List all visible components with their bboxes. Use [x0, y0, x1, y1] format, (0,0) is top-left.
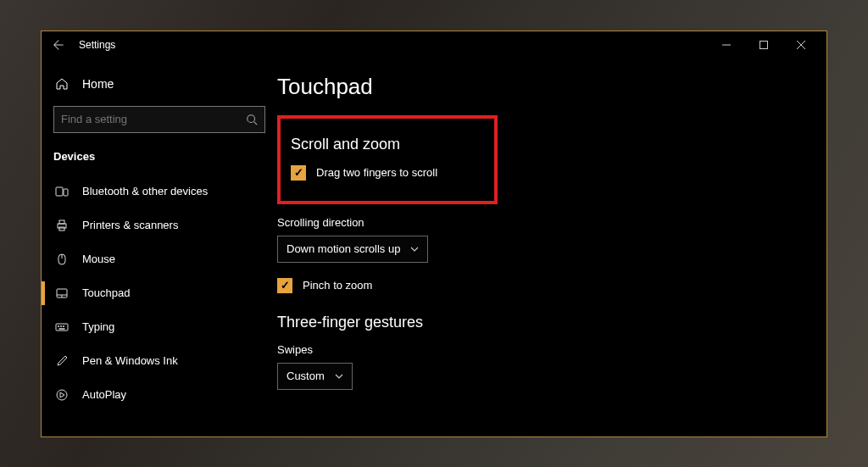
chevron-down-icon — [335, 374, 343, 379]
sidebar-nav: Bluetooth & other devices Printers & sca… — [42, 175, 277, 412]
sidebar-group-header: Devices — [42, 143, 277, 175]
sidebar-item-mouse[interactable]: Mouse — [42, 242, 277, 276]
printer-icon — [53, 219, 70, 232]
scrolling-direction-label: Scrolling direction — [277, 216, 826, 229]
search-icon — [246, 114, 258, 125]
devices-icon — [53, 185, 70, 198]
close-icon — [797, 41, 805, 49]
drag-two-fingers-checkbox[interactable]: ✓ Drag two fingers to scroll — [291, 165, 484, 181]
mouse-icon — [53, 253, 70, 266]
back-arrow-icon — [53, 39, 64, 51]
sidebar-item-typing[interactable]: Typing — [42, 310, 277, 344]
content-pane: Touchpad Scroll and zoom ✓ Drag two fing… — [277, 58, 826, 436]
pen-icon — [53, 354, 70, 368]
minimize-icon — [722, 41, 731, 49]
svg-rect-7 — [64, 189, 68, 196]
svg-point-21 — [57, 390, 67, 400]
pinch-to-zoom-checkbox[interactable]: ✓ Pinch to zoom — [277, 278, 826, 293]
sidebar-item-label: Typing — [82, 320, 114, 333]
scroll-zoom-section: Scroll and zoom ✓ Drag two fingers to sc… — [291, 136, 484, 181]
back-button[interactable] — [48, 35, 69, 55]
settings-window: Settings Home Devices — [41, 31, 827, 437]
home-nav[interactable]: Home — [42, 67, 277, 101]
svg-point-4 — [248, 114, 255, 122]
checkbox-checked-icon: ✓ — [291, 165, 306, 181]
window-body: Home Devices Bluetooth & other devices — [42, 58, 826, 436]
highlight-annotation: Scroll and zoom ✓ Drag two fingers to sc… — [277, 115, 498, 204]
window-title: Settings — [79, 39, 115, 51]
search-box[interactable] — [53, 106, 265, 133]
chevron-down-icon — [410, 247, 419, 252]
scrolling-direction-dropdown[interactable]: Down motion scrolls up — [277, 236, 428, 263]
maximize-button[interactable] — [745, 33, 782, 57]
search-input[interactable] — [61, 113, 246, 125]
checkbox-label: Drag two fingers to scroll — [316, 166, 437, 179]
checkbox-checked-icon: ✓ — [277, 278, 292, 293]
sidebar-item-label: AutoPlay — [82, 388, 126, 401]
sidebar-item-label: Bluetooth & other devices — [82, 185, 208, 197]
sidebar-item-autoplay[interactable]: AutoPlay — [42, 378, 277, 412]
titlebar: Settings — [42, 31, 826, 58]
svg-line-5 — [254, 121, 258, 125]
autoplay-icon — [53, 388, 70, 402]
dropdown-value: Down motion scrolls up — [287, 242, 400, 255]
sidebar-item-label: Printers & scanners — [82, 219, 178, 231]
three-finger-header: Three-finger gestures — [277, 314, 826, 331]
sidebar-item-printers[interactable]: Printers & scanners — [42, 208, 277, 242]
dropdown-value: Custom — [287, 370, 325, 382]
sidebar-item-label: Mouse — [82, 253, 115, 265]
svg-rect-1 — [760, 41, 768, 48]
sidebar-item-pen[interactable]: Pen & Windows Ink — [42, 344, 277, 378]
svg-rect-16 — [56, 324, 68, 331]
swipes-dropdown[interactable]: Custom — [277, 363, 353, 390]
home-label: Home — [82, 77, 114, 91]
svg-rect-6 — [56, 187, 63, 196]
sidebar: Home Devices Bluetooth & other devices — [42, 58, 277, 436]
scroll-zoom-header: Scroll and zoom — [291, 136, 484, 153]
close-button[interactable] — [782, 33, 820, 57]
minimize-button[interactable] — [708, 33, 745, 57]
sidebar-item-touchpad[interactable]: Touchpad — [42, 276, 277, 310]
swipes-label: Swipes — [277, 343, 826, 356]
three-finger-section: Three-finger gestures Swipes Custom — [277, 314, 826, 390]
checkbox-label: Pinch to zoom — [303, 279, 372, 292]
page-title: Touchpad — [277, 74, 826, 100]
home-icon — [53, 77, 70, 91]
maximize-icon — [760, 41, 768, 49]
sidebar-item-bluetooth[interactable]: Bluetooth & other devices — [42, 175, 277, 208]
touchpad-icon — [53, 286, 70, 300]
keyboard-icon — [53, 320, 70, 334]
sidebar-item-label: Pen & Windows Ink — [82, 354, 178, 367]
svg-rect-9 — [59, 220, 64, 224]
sidebar-item-label: Touchpad — [82, 286, 130, 299]
